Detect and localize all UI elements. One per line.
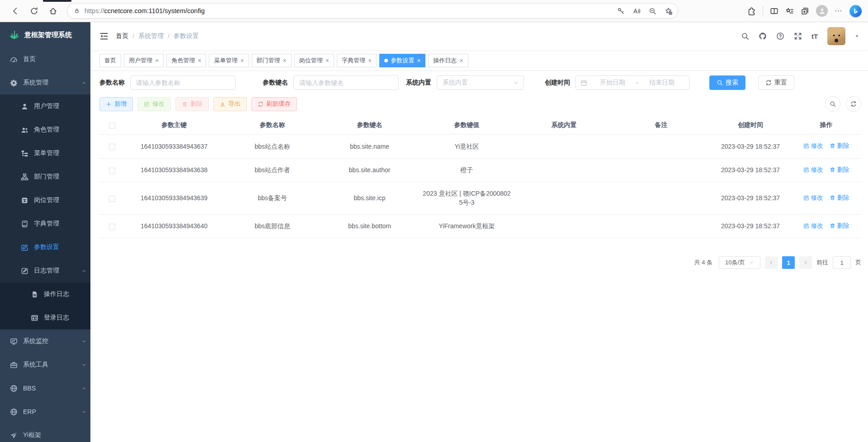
delete-button[interactable]: 删除: [175, 97, 209, 111]
close-icon[interactable]: ×: [155, 57, 159, 64]
tab-menu-mgmt[interactable]: 菜单管理×: [209, 54, 249, 67]
row-checkbox[interactable]: [109, 144, 115, 150]
edit-button[interactable]: 修改: [137, 97, 171, 111]
sidebar-item-yi-framework[interactable]: Yi框架: [0, 423, 90, 442]
breadcrumb-home[interactable]: 首页: [116, 32, 128, 40]
close-icon[interactable]: ×: [283, 57, 287, 64]
select-all-checkbox[interactable]: [109, 122, 115, 129]
close-icon[interactable]: ×: [326, 57, 329, 64]
row-edit-link[interactable]: 修改: [803, 141, 823, 150]
sidebar-item-menu-mgmt[interactable]: 菜单管理: [0, 141, 90, 165]
password-key-icon[interactable]: [617, 7, 625, 15]
table-row: 1641030593384943637 bbs站点名称 bbs.site.nam…: [99, 135, 861, 159]
close-icon[interactable]: ×: [240, 57, 244, 64]
prev-page-button[interactable]: [765, 256, 778, 269]
sidebar-item-login-log[interactable]: 登录日志: [0, 306, 90, 329]
tab-user-mgmt[interactable]: 用户管理×: [124, 54, 164, 67]
chevron-down-icon: [81, 409, 86, 414]
browser-refresh-button[interactable]: [26, 3, 42, 19]
toggle-search-button[interactable]: [825, 96, 840, 112]
close-icon[interactable]: ×: [368, 57, 372, 64]
bing-b-icon: [852, 8, 859, 14]
fullscreen-icon[interactable]: [794, 32, 802, 40]
edit-square-icon: [144, 101, 150, 107]
page-goto-input[interactable]: [833, 256, 851, 269]
calendar-icon: [580, 80, 587, 86]
builtin-select[interactable]: 系统内置: [437, 75, 524, 90]
search-button[interactable]: 搜索: [709, 75, 745, 90]
row-edit-link[interactable]: 修改: [803, 221, 823, 230]
row-checkbox[interactable]: [109, 224, 115, 230]
sidebar-item-role-mgmt[interactable]: 角色管理: [0, 118, 90, 141]
user-avatar[interactable]: [827, 27, 845, 45]
pagination: 共 4 条 10条/页 1 前往 页: [99, 256, 861, 269]
reset-button[interactable]: 重置: [758, 75, 794, 90]
add-button[interactable]: 新增: [99, 97, 133, 111]
row-edit-link[interactable]: 修改: [803, 193, 823, 202]
favorites-bar-icon[interactable]: [785, 7, 794, 15]
row-delete-link[interactable]: 删除: [830, 141, 849, 150]
row-edit-link[interactable]: 修改: [803, 165, 823, 174]
close-icon[interactable]: ×: [417, 57, 420, 64]
refresh-table-button[interactable]: [846, 96, 861, 112]
browser-profile-button[interactable]: [816, 5, 828, 17]
favorite-star-icon[interactable]: [665, 7, 672, 15]
row-delete-link[interactable]: 删除: [830, 193, 849, 202]
browser-home-button[interactable]: [45, 3, 61, 19]
split-screen-icon[interactable]: [770, 7, 778, 15]
zoom-out-icon[interactable]: [649, 7, 656, 15]
sidebar-item-operation-log[interactable]: 操作日志: [0, 282, 90, 306]
sidebar-item-system-mgmt[interactable]: 系统管理: [0, 71, 90, 94]
sidebar-item-dept-mgmt[interactable]: 部门管理: [0, 165, 90, 188]
text-size-icon[interactable]: tT: [811, 33, 818, 40]
help-icon[interactable]: [776, 32, 784, 40]
extensions-icon[interactable]: [747, 7, 756, 15]
tab-home[interactable]: 首页: [99, 54, 121, 67]
sidebar-item-user-mgmt[interactable]: 用户管理: [0, 94, 90, 118]
sidebar-item-erp[interactable]: ERP: [0, 400, 90, 423]
page-size-select[interactable]: 10条/页: [719, 256, 760, 269]
read-aloud-icon[interactable]: [633, 7, 641, 15]
date-range-picker[interactable]: 开始日期 - 结束日期: [576, 75, 689, 90]
tab-operation-log[interactable]: 操作日志×: [428, 54, 468, 67]
url-scheme: https://: [85, 7, 104, 14]
tab-dict-mgmt[interactable]: 字典管理×: [337, 54, 377, 67]
export-button[interactable]: 导出: [213, 97, 247, 111]
sidebar-item-param-config[interactable]: 参数设置: [0, 235, 90, 259]
trash-icon: [830, 223, 835, 229]
sidebar-item-dict-mgmt[interactable]: 字典管理: [0, 212, 90, 235]
sidebar-menu: 首页 系统管理 用户管理 角色管理 菜单管理 部门管理 岗位管理 字典管理 参数…: [0, 47, 90, 442]
sidebar-item-log-mgmt[interactable]: 日志管理: [0, 259, 90, 282]
avatar-caret-down-icon[interactable]: ▼: [855, 34, 859, 38]
github-icon[interactable]: [759, 32, 767, 40]
row-delete-link[interactable]: 删除: [830, 165, 849, 174]
sidebar-item-system-monitor[interactable]: 系统监控: [0, 329, 90, 353]
sidebar-item-system-tools[interactable]: 系统工具: [0, 353, 90, 376]
close-icon[interactable]: ×: [459, 57, 463, 64]
sidebar-item-post-mgmt[interactable]: 岗位管理: [0, 188, 90, 212]
tab-dept-mgmt[interactable]: 部门管理×: [252, 54, 292, 67]
close-icon[interactable]: ×: [198, 57, 201, 64]
param-name-input[interactable]: [130, 75, 236, 90]
param-key-input[interactable]: [293, 75, 399, 90]
breadcrumb-system: 系统管理: [138, 32, 164, 40]
refresh-cache-button[interactable]: 刷新缓存: [251, 97, 297, 111]
tab-param-config[interactable]: 参数设置×: [379, 54, 425, 67]
next-page-button[interactable]: [799, 256, 812, 269]
row-delete-link[interactable]: 删除: [830, 221, 849, 230]
tab-role-mgmt[interactable]: 角色管理×: [166, 54, 206, 67]
search-icon[interactable]: [741, 32, 749, 40]
sidebar-item-home[interactable]: 首页: [0, 47, 90, 71]
browser-url-bar[interactable]: https://ccnetcore.com:1101/system/config: [67, 3, 678, 19]
browser-more-menu[interactable]: …: [835, 7, 843, 15]
sidebar-collapse-icon[interactable]: [99, 32, 108, 41]
row-checkbox[interactable]: [109, 196, 115, 202]
sidebar-item-bbs[interactable]: BBS: [0, 376, 90, 400]
bing-copilot-icon[interactable]: [849, 5, 862, 17]
browser-back-button[interactable]: [7, 3, 23, 19]
toolbar-divider: [763, 6, 763, 15]
current-page-button[interactable]: 1: [782, 256, 795, 269]
tab-post-mgmt[interactable]: 岗位管理×: [294, 54, 334, 67]
collections-icon[interactable]: [801, 7, 809, 15]
row-checkbox[interactable]: [109, 168, 115, 174]
